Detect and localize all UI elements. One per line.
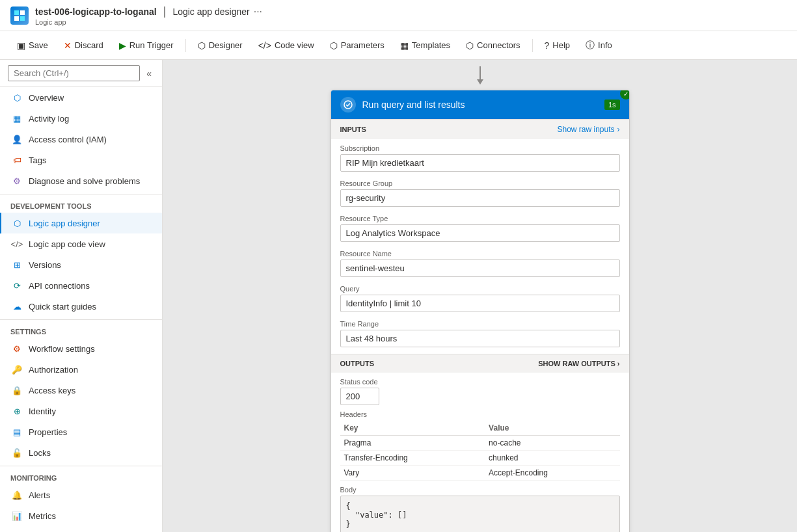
settings-section-header: Settings xyxy=(0,319,162,338)
sidebar-item-identity[interactable]: ⊕ Identity xyxy=(0,401,162,421)
sidebar-item-workflow-settings[interactable]: ⚙ Workflow settings xyxy=(0,338,162,359)
resource-group-field: Resource Group rg-security xyxy=(331,174,629,209)
card-header-icon xyxy=(340,97,356,113)
show-raw-outputs-button[interactable]: Show raw outputs › xyxy=(538,360,619,367)
resource-name-field: Resource Name sentinel-westeu xyxy=(331,245,629,280)
templates-button[interactable]: ▦ Templates xyxy=(394,37,457,54)
logic-app-designer-icon: ⬡ xyxy=(12,218,22,228)
main-layout: « ⬡ Overview ▦ Activity log 👤 Access con… xyxy=(0,60,797,532)
connectors-button[interactable]: ⬡ Connectors xyxy=(459,37,526,54)
activity-log-icon: ▦ xyxy=(12,113,22,124)
svg-rect-1 xyxy=(20,10,25,15)
inputs-header: INPUTS Show raw inputs › xyxy=(331,120,629,139)
templates-icon: ▦ xyxy=(400,40,409,51)
run-trigger-button[interactable]: ▶ Run Trigger xyxy=(113,37,180,54)
parameters-button[interactable]: ⬡ Parameters xyxy=(323,37,391,54)
chevron-right-icon-outputs: › xyxy=(617,360,620,367)
code-view-button[interactable]: </> Code view xyxy=(252,37,321,54)
headers-key-column: Key xyxy=(340,421,485,436)
status-code-value: 200 xyxy=(340,388,379,405)
body-content: { "value": [] } xyxy=(340,496,620,532)
show-raw-inputs-button[interactable]: Show raw inputs › xyxy=(557,125,619,134)
app-name: test-006-logicapp-to-loganal xyxy=(35,7,157,17)
alerts-icon: 🔔 xyxy=(12,490,22,500)
toolbar-divider xyxy=(185,39,186,52)
sidebar-item-logic-app-code-view[interactable]: </> Logic app code view xyxy=(0,233,162,254)
search-input[interactable] xyxy=(8,65,140,81)
table-row: Pragmano-cache xyxy=(340,436,620,451)
resource-name-value: sentinel-westeu xyxy=(340,259,620,277)
save-icon: ▣ xyxy=(17,40,25,51)
sidebar-item-activity-log[interactable]: ▦ Activity log xyxy=(0,108,162,129)
outputs-header: OUTPUTS Show raw outputs › xyxy=(331,354,629,373)
info-icon: ⓘ xyxy=(586,40,595,51)
app-type: Logic app designer xyxy=(172,7,249,17)
sidebar-item-tags[interactable]: 🏷 Tags xyxy=(0,150,162,170)
canvas-area: Run query and list results 1s ✓ INPUTS S… xyxy=(163,60,797,532)
discard-button[interactable]: ✕ Discard xyxy=(57,37,110,54)
app-subtitle: Logic app xyxy=(35,18,262,26)
card-duration-badge: 1s xyxy=(604,100,620,110)
sidebar-item-metrics[interactable]: 📊 Metrics xyxy=(0,505,162,526)
overview-icon: ⬡ xyxy=(12,92,22,103)
designer-icon: ⬡ xyxy=(198,40,206,51)
card-header: Run query and list results 1s ✓ xyxy=(331,90,629,119)
sidebar-search-container: « xyxy=(0,60,162,87)
time-range-field: Time Range Last 48 hours xyxy=(331,315,629,354)
info-button[interactable]: ⓘ Info xyxy=(579,36,619,55)
subscription-field: Subscription RIP Mijn kredietkaart xyxy=(331,139,629,174)
quick-start-icon: ☁ xyxy=(12,301,22,312)
sidebar: « ⬡ Overview ▦ Activity log 👤 Access con… xyxy=(0,60,163,532)
access-keys-icon: 🔒 xyxy=(12,385,22,395)
diagnose-icon: ⚙ xyxy=(12,176,22,186)
query-value: IdentityInfo | limit 10 xyxy=(340,295,620,312)
table-row: VaryAccept-Encoding xyxy=(340,466,620,481)
app-logo xyxy=(10,7,29,25)
sidebar-item-properties[interactable]: ▤ Properties xyxy=(0,421,162,442)
tags-icon: 🏷 xyxy=(12,155,22,165)
resource-group-value: rg-security xyxy=(340,189,620,207)
sidebar-item-access-keys[interactable]: 🔒 Access keys xyxy=(0,380,162,401)
inputs-section: INPUTS Show raw inputs › Subscription RI… xyxy=(331,119,629,354)
sidebar-item-overview[interactable]: ⬡ Overview xyxy=(0,87,162,108)
sidebar-item-quick-start[interactable]: ☁ Quick start guides xyxy=(0,296,162,317)
card-success-check: ✓ xyxy=(620,90,630,100)
query-field: Query IdentityInfo | limit 10 xyxy=(331,280,629,315)
sidebar-item-locks[interactable]: 🔓 Locks xyxy=(0,442,162,463)
outputs-content: Status code 200 Headers Key Value xyxy=(331,373,629,532)
resource-type-field: Resource Type Log Analytics Workspace xyxy=(331,209,629,245)
toolbar: ▣ Save ✕ Discard ▶ Run Trigger ⬡ Designe… xyxy=(0,31,797,60)
svg-rect-0 xyxy=(14,10,19,15)
authorization-icon: 🔑 xyxy=(12,364,22,375)
sidebar-item-diagnose[interactable]: ⚙ Diagnose and solve problems xyxy=(0,170,162,191)
help-button[interactable]: ? Help xyxy=(538,37,577,54)
arrow-connector xyxy=(331,66,630,85)
help-icon: ? xyxy=(545,40,550,51)
table-row: Transfer-Encodingchunked xyxy=(340,451,620,466)
sidebar-item-logic-app-designer[interactable]: ⬡ Logic app designer xyxy=(0,213,162,233)
sidebar-item-api-connections[interactable]: ⟳ API connections xyxy=(0,275,162,296)
code-icon: </> xyxy=(258,40,271,51)
sidebar-item-alerts[interactable]: 🔔 Alerts xyxy=(0,485,162,505)
chevron-right-icon: › xyxy=(617,125,620,134)
time-range-value: Last 48 hours xyxy=(340,330,620,347)
discard-icon: ✕ xyxy=(64,40,72,51)
dev-tools-section-header: Development Tools xyxy=(0,194,162,213)
save-button[interactable]: ▣ Save xyxy=(10,37,55,54)
card-header-left: Run query and list results xyxy=(340,97,465,113)
action-card[interactable]: Run query and list results 1s ✓ INPUTS S… xyxy=(331,90,630,532)
card-title: Run query and list results xyxy=(362,100,465,110)
run-icon: ▶ xyxy=(119,40,126,51)
designer-button[interactable]: ⬡ Designer xyxy=(191,37,249,54)
versions-icon: ⊞ xyxy=(12,259,22,270)
headers-table: Key Value Pragmano-cacheTransfer-Encodin… xyxy=(340,421,620,481)
collapse-sidebar-button[interactable]: « xyxy=(144,66,154,81)
connectors-icon: ⬡ xyxy=(466,40,474,51)
more-options-ellipsis[interactable]: ··· xyxy=(254,6,262,18)
sidebar-item-authorization[interactable]: 🔑 Authorization xyxy=(0,359,162,380)
sidebar-item-access-control[interactable]: 👤 Access control (IAM) xyxy=(0,129,162,150)
resource-type-value: Log Analytics Workspace xyxy=(340,224,620,242)
workflow-settings-icon: ⚙ xyxy=(12,343,22,354)
code-view-icon: </> xyxy=(12,239,22,249)
sidebar-item-versions[interactable]: ⊞ Versions xyxy=(0,254,162,275)
